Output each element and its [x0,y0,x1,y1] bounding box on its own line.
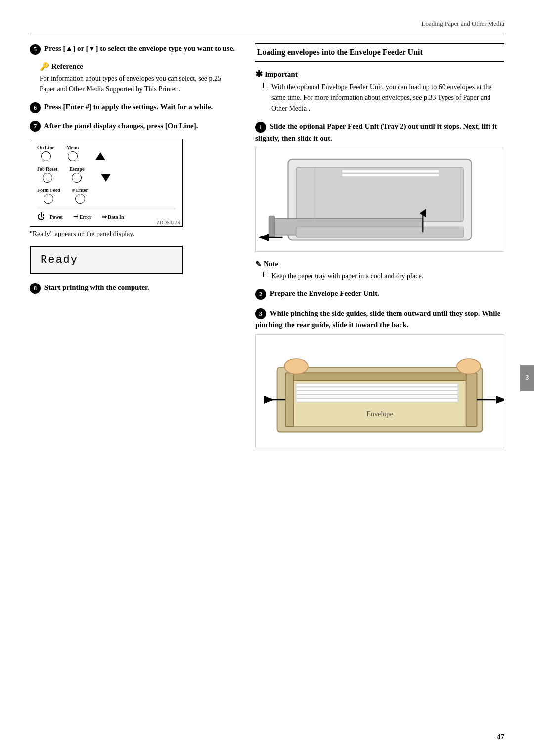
svg-rect-17 [293,373,466,380]
header-text: Loading Paper and Other Media [421,20,504,28]
right-column: Loading envelopes into the Envelope Feed… [255,43,504,456]
step-8-title: 8 Start printing with the computer. [30,282,237,294]
panel-on-line-label: On Line [37,145,54,150]
note-checkbox [263,272,268,277]
note-icon: ✎ [255,260,262,269]
panel-on-line-col: On Line [37,145,54,161]
panel-menu-circle [68,151,78,161]
svg-rect-19 [296,387,458,391]
panel-power-label: Power [50,214,63,220]
panel-menu-label: Menu [66,145,79,150]
panel-row-1: On Line Menu [37,145,176,161]
page-number: 47 [497,733,504,741]
svg-rect-16 [466,373,477,426]
envelope-svg: Envelope [256,335,504,448]
panel-job-reset-label: Job Reset [37,166,57,172]
important-icon: ✱ [255,69,263,80]
svg-rect-21 [296,395,458,398]
svg-point-28 [457,359,481,374]
note-block: ✎ Note Keep the paper tray with paper in… [255,260,504,282]
right-step-3-title: 3 While pinching the side guides, slide … [255,308,504,331]
step-5-number: 5 [30,44,41,55]
panel-triangle-down-icon [101,174,111,182]
panel-id: ZDDS022N [157,220,180,225]
reference-title: 🔑 Reference [40,62,237,71]
important-checkbox [263,83,268,88]
main-content: 5 Press [▲] or [▼] to select the envelop… [30,43,504,456]
svg-point-27 [284,359,308,374]
reference-body: For information about types of envelopes… [40,73,237,94]
panel-form-feed-label: Form Feed [37,188,60,193]
note-body: Keep the paper tray with paper in a cool… [255,271,504,282]
panel-error-label: ⊣ Error [73,213,91,221]
section-title: Loading envelopes into the Envelope Feed… [257,47,502,58]
panel-enter-circle [75,194,85,204]
svg-rect-22 [296,399,458,402]
right-step-1-number: 1 [255,122,266,133]
important-title: ✱ Important [255,69,504,80]
panel-row-3: Form Feed # Enter [37,188,176,204]
panel-triangle-up-container [95,152,105,160]
header-rule [30,34,504,34]
step-7-number: 7 [30,121,41,132]
step-6-number: 6 [30,102,41,113]
svg-text:Envelope: Envelope [366,410,393,418]
step-8-block: 8 Start printing with the computer. [30,282,237,294]
panel-job-reset-circle [43,173,52,183]
left-column: 5 Press [▲] or [▼] to select the envelop… [30,43,237,456]
panel-bottom-row: ⏻ Power ⊣ Error ⇒ Data In [37,209,176,221]
panel-form-feed-col: Form Feed [37,188,60,204]
panel-triangle-down-container [101,174,111,182]
step-5-title: 5 Press [▲] or [▼] to select the envelop… [30,43,237,55]
panel-escape-label: Escape [69,166,84,172]
ready-caption: "Ready" appears on the panel display. [30,229,237,239]
important-body: With the optional Envelope Feeder Unit, … [255,82,504,114]
tab-marker: 3 [520,365,534,391]
panel-job-reset-col: Job Reset [37,166,57,183]
svg-rect-20 [296,391,458,394]
panel-enter-label: # Enter [72,188,88,193]
step-5-block: 5 Press [▲] or [▼] to select the envelop… [30,43,237,55]
svg-rect-15 [285,373,293,426]
svg-rect-7 [342,174,439,176]
section-title-box: Loading envelopes into the Envelope Feed… [255,43,504,62]
reference-icon: 🔑 [40,62,49,71]
right-step-2-title: 2 Prepare the Envelope Feeder Unit. [255,288,504,300]
panel-triangle-up-icon [95,152,105,160]
panel-image: On Line Menu Job Reset [30,139,183,227]
right-step-1-title: 1 Slide the optional Paper Feed Unit (Tr… [255,121,504,143]
panel-escape-col: Escape [69,166,84,183]
page-container: Loading Paper and Other Media 5 Press [▲… [0,0,534,756]
printer-svg [256,148,504,252]
right-step-3: 3 While pinching the side guides, slide … [255,308,504,448]
panel-data-in-label: ⇒ Data In [102,213,124,221]
panel-enter-col: # Enter [72,188,88,204]
panel-menu-col: Menu [66,145,79,161]
panel-escape-circle [72,173,82,183]
step-7-title: 7 After the panel display changes, press… [30,120,237,132]
right-step-2-number: 2 [255,289,266,300]
svg-rect-8 [296,227,463,237]
reference-block: 🔑 Reference For information about types … [40,62,237,94]
ready-text: Ready [41,254,78,266]
panel-on-line-circle [41,151,51,161]
svg-rect-3 [269,216,274,237]
panel-row-2: Job Reset Escape [37,166,176,183]
right-step-3-number: 3 [255,308,266,319]
step-6-block: 6 Press [Enter #] to apply the settings.… [30,101,237,113]
right-step-2: 2 Prepare the Envelope Feeder Unit. [255,288,504,300]
ready-display: Ready [30,246,183,274]
right-step-1: 1 Slide the optional Paper Feed Unit (Tr… [255,121,504,251]
svg-rect-18 [296,383,458,387]
step-7-block: 7 After the panel display changes, press… [30,120,237,132]
envelope-image-box: Envelope ZGDY280E [255,334,504,448]
panel-power-icon: ⏻ [37,212,45,221]
panel-form-feed-circle [44,194,53,204]
step-8-number: 8 [30,283,41,294]
important-block: ✱ Important With the optional Envelope F… [255,69,504,114]
svg-rect-6 [342,170,439,172]
note-title: ✎ Note [255,260,504,269]
printer-image-box: ZDDP330E [255,148,504,252]
step-6-title: 6 Press [Enter #] to apply the settings.… [30,101,237,113]
page-header: Loading Paper and Other Media [30,20,504,31]
